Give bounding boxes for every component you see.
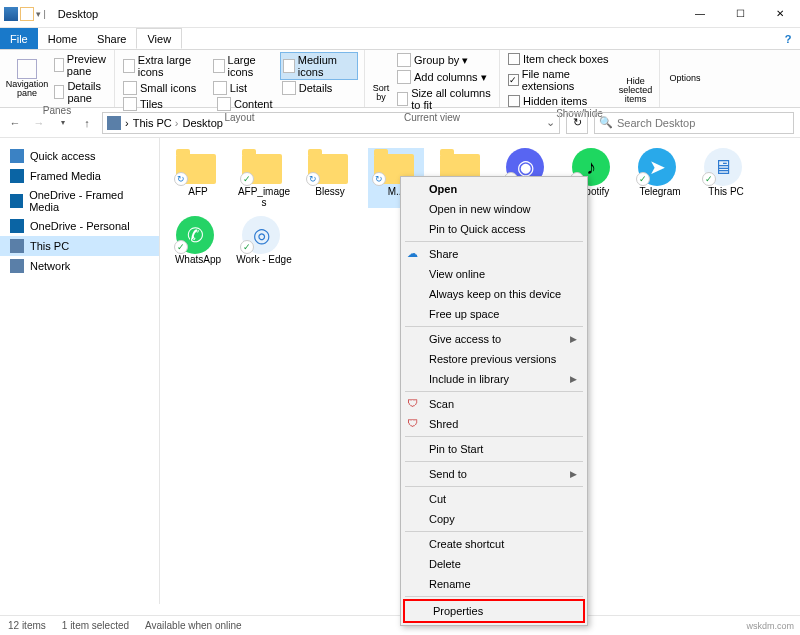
details-button[interactable]: Details <box>280 80 358 96</box>
desktop-item[interactable]: ✆✓WhatsApp <box>170 216 226 265</box>
menu-item-copy[interactable]: Copy <box>401 509 587 529</box>
menu-item-share[interactable]: ☁Share <box>401 244 587 264</box>
item-label: AFP_images <box>236 186 292 208</box>
sidebar-item-quick-access[interactable]: Quick access <box>0 146 159 166</box>
maximize-button[interactable]: ☐ <box>720 0 760 28</box>
close-button[interactable]: ✕ <box>760 0 800 28</box>
item-label: WhatsApp <box>175 254 221 265</box>
menu-item-pin-to-start[interactable]: Pin to Start <box>401 439 587 459</box>
tiles-button[interactable]: Tiles <box>121 96 211 112</box>
menu-label: Send to <box>429 468 467 480</box>
desktop-item[interactable]: 🖥✓This PC <box>698 148 754 208</box>
desktop-item[interactable]: ✓AFP_images <box>236 148 292 208</box>
item-label: Telegram <box>639 186 680 197</box>
menu-item-scan[interactable]: 🛡Scan <box>401 394 587 414</box>
sidebar-item-onedrive-personal[interactable]: OneDrive - Personal <box>0 216 159 236</box>
menu-item-send-to[interactable]: Send to▶ <box>401 464 587 484</box>
sidebar-item-this-pc[interactable]: This PC <box>0 236 159 256</box>
menu-label: Scan <box>429 398 454 410</box>
address-bar[interactable]: › This PC Desktop ⌄ <box>102 112 560 134</box>
nav-pane-button[interactable]: Navigation pane <box>6 80 49 98</box>
forward-button[interactable]: → <box>30 117 48 129</box>
sidebar-label: Framed Media <box>30 170 101 182</box>
menu-label: Delete <box>429 558 461 570</box>
file-extensions-toggle[interactable]: ✓File name extensions <box>506 67 614 93</box>
sync-overlay-icon: ✓ <box>636 172 650 186</box>
menu-item-pin-to-quick-access[interactable]: Pin to Quick access <box>401 219 587 239</box>
desktop-item[interactable]: ↻AFP <box>170 148 226 208</box>
status-item-count: 12 items <box>8 620 46 631</box>
desktop-item[interactable]: ◎✓Work - Edge <box>236 216 292 265</box>
menu-item-rename[interactable]: Rename <box>401 574 587 594</box>
medium-icons-button[interactable]: Medium icons <box>280 52 358 80</box>
extra-large-icons-button[interactable]: Extra large icons <box>121 53 207 79</box>
qat-dropdown-icon[interactable]: ▾ | <box>36 9 46 19</box>
tab-file[interactable]: File <box>0 28 38 49</box>
hide-selected-button[interactable]: Hide selected items <box>618 77 653 104</box>
menu-label: Pin to Quick access <box>429 223 526 235</box>
menu-item-open-in-new-window[interactable]: Open in new window <box>401 199 587 219</box>
menu-item-cut[interactable]: Cut <box>401 489 587 509</box>
group-by-button[interactable]: Group by ▾ <box>395 52 493 68</box>
nav-pane-icon <box>17 59 37 79</box>
crumb-this-pc[interactable]: This PC <box>133 117 179 129</box>
crumb-desktop[interactable]: Desktop <box>183 117 223 129</box>
sidebar-item-onedrive-framed-media[interactable]: OneDrive - Framed Media <box>0 186 159 216</box>
search-box[interactable]: 🔍 Search Desktop <box>594 112 794 134</box>
item-label: This PC <box>708 186 744 197</box>
menu-item-include-in-library[interactable]: Include in library▶ <box>401 369 587 389</box>
sidebar-icon <box>10 149 24 163</box>
tab-share[interactable]: Share <box>87 28 136 49</box>
submenu-arrow-icon: ▶ <box>570 469 577 479</box>
menu-label: Always keep on this device <box>429 288 561 300</box>
qat-btn[interactable] <box>20 7 34 21</box>
title-bar: ▾ | Desktop — ☐ ✕ <box>0 0 800 28</box>
menu-item-delete[interactable]: Delete <box>401 554 587 574</box>
desktop-item[interactable]: ↻Blessy <box>302 148 358 208</box>
menu-label: View online <box>429 268 485 280</box>
content-button[interactable]: Content <box>215 96 283 112</box>
shield-icon: 🛡 <box>407 417 421 431</box>
large-icons-button[interactable]: Large icons <box>211 53 276 79</box>
menu-label: Include in library <box>429 373 509 385</box>
size-columns-button[interactable]: Size all columns to fit <box>395 86 493 112</box>
hidden-items-toggle[interactable]: Hidden items <box>506 94 614 108</box>
help-icon[interactable]: ? <box>776 28 800 49</box>
menu-item-shred[interactable]: 🛡Shred <box>401 414 587 434</box>
sidebar-item-network[interactable]: Network <box>0 256 159 276</box>
list-button[interactable]: List <box>211 80 276 96</box>
pc-icon <box>107 116 121 130</box>
up-button[interactable]: ↑ <box>78 117 96 129</box>
options-button[interactable]: Options <box>669 73 700 83</box>
submenu-arrow-icon: ▶ <box>570 374 577 384</box>
tab-home[interactable]: Home <box>38 28 87 49</box>
address-dropdown-icon[interactable]: ⌄ <box>546 116 555 129</box>
desktop-item[interactable]: ➤✓Telegram <box>632 148 688 208</box>
back-button[interactable]: ← <box>6 117 24 129</box>
minimize-button[interactable]: — <box>680 0 720 28</box>
status-availability: Available when online <box>145 620 242 631</box>
tab-view[interactable]: View <box>136 28 182 49</box>
menu-item-properties[interactable]: Properties <box>403 599 585 623</box>
menu-item-view-online[interactable]: View online <box>401 264 587 284</box>
menu-item-restore-previous-versions[interactable]: Restore previous versions <box>401 349 587 369</box>
add-columns-button[interactable]: Add columns ▾ <box>395 69 493 85</box>
recent-dropdown[interactable]: ▾ <box>54 118 72 127</box>
preview-pane-button[interactable]: Preview pane <box>52 52 112 78</box>
sidebar-label: This PC <box>30 240 69 252</box>
menu-item-free-up-space[interactable]: Free up space <box>401 304 587 324</box>
sidebar-item-framed-media[interactable]: Framed Media <box>0 166 159 186</box>
menu-item-always-keep-on-this-device[interactable]: Always keep on this device <box>401 284 587 304</box>
sync-overlay-icon: ↻ <box>174 172 188 186</box>
item-checkboxes-toggle[interactable]: Item check boxes <box>506 52 614 66</box>
menu-item-open[interactable]: Open <box>401 179 587 199</box>
menu-item-create-shortcut[interactable]: Create shortcut <box>401 534 587 554</box>
menu-item-give-access-to[interactable]: Give access to▶ <box>401 329 587 349</box>
refresh-button[interactable]: ↻ <box>566 112 588 134</box>
details-pane-button[interactable]: Details pane <box>52 79 112 105</box>
item-label: Work - Edge <box>236 254 291 265</box>
watermark: wskdm.com <box>746 621 794 631</box>
sort-by-button[interactable]: Sort by <box>371 84 391 102</box>
small-icons-button[interactable]: Small icons <box>121 80 207 96</box>
item-label: Blessy <box>315 186 344 197</box>
